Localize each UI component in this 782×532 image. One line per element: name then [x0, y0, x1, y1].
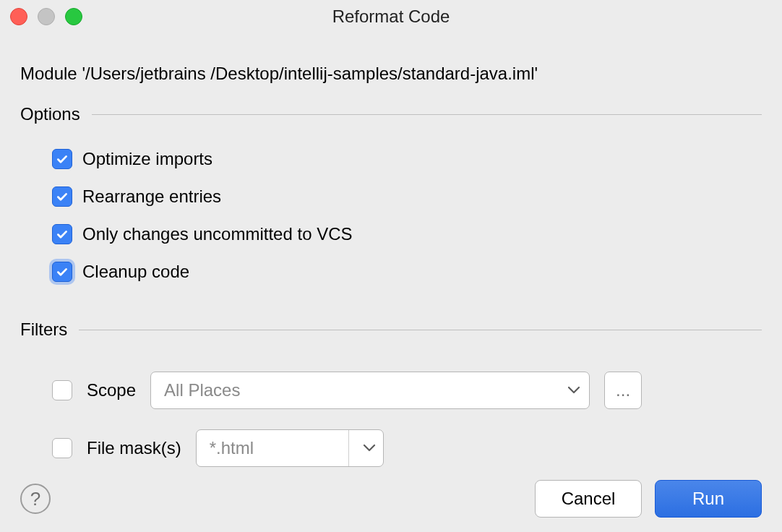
checkmark-icon — [52, 262, 72, 282]
checkbox-label: Cleanup code — [82, 262, 189, 282]
file-mask-value: *.html — [197, 438, 348, 458]
chevron-down-icon — [560, 386, 580, 395]
divider-icon — [92, 114, 762, 115]
question-mark-icon: ? — [30, 488, 40, 510]
checkmark-icon — [52, 186, 72, 207]
scope-browse-button[interactable]: ... — [604, 372, 642, 409]
checkbox-only-vcs-changes[interactable]: Only changes uncommitted to VCS — [52, 215, 762, 253]
checkmark-icon — [52, 149, 72, 169]
checkbox-scope[interactable] — [52, 380, 72, 400]
checkbox-optimize-imports[interactable]: Optimize imports — [52, 140, 762, 178]
run-button-label: Run — [692, 489, 724, 509]
window-controls — [10, 8, 82, 25]
file-mask-dropdown[interactable]: *.html — [196, 429, 384, 467]
checkbox-file-mask[interactable] — [52, 438, 72, 458]
checkbox-label: Optimize imports — [82, 149, 212, 169]
help-button[interactable]: ? — [20, 484, 51, 514]
chevron-down-icon — [348, 430, 383, 466]
run-button[interactable]: Run — [655, 480, 762, 518]
checkbox-label: Rearrange entries — [82, 186, 221, 207]
scope-dropdown[interactable]: All Places — [150, 372, 590, 409]
filters-title: Filters — [20, 319, 67, 340]
divider-icon — [79, 330, 762, 330]
cancel-button-label: Cancel — [562, 489, 616, 509]
options-section-header: Options — [20, 104, 762, 124]
window-title: Reformat Code — [0, 7, 782, 27]
checkbox-label: Only changes uncommitted to VCS — [82, 224, 353, 244]
titlebar: Reformat Code — [0, 0, 782, 33]
file-mask-label: File mask(s) — [87, 438, 181, 458]
scope-value: All Places — [164, 380, 560, 400]
cancel-button[interactable]: Cancel — [535, 480, 642, 518]
zoom-window-icon[interactable] — [65, 8, 82, 25]
module-path-label: Module '/Users/jetbrains /Desktop/intell… — [20, 59, 762, 104]
close-window-icon[interactable] — [10, 8, 27, 25]
checkbox-rearrange-entries[interactable]: Rearrange entries — [52, 178, 762, 215]
minimize-window-icon[interactable] — [38, 8, 55, 25]
options-title: Options — [20, 104, 80, 124]
scope-label: Scope — [87, 380, 136, 400]
checkbox-cleanup-code[interactable]: Cleanup code — [52, 253, 762, 291]
filters-section-header: Filters — [20, 319, 762, 340]
checkmark-icon — [52, 224, 72, 244]
ellipsis-icon: ... — [616, 380, 630, 400]
